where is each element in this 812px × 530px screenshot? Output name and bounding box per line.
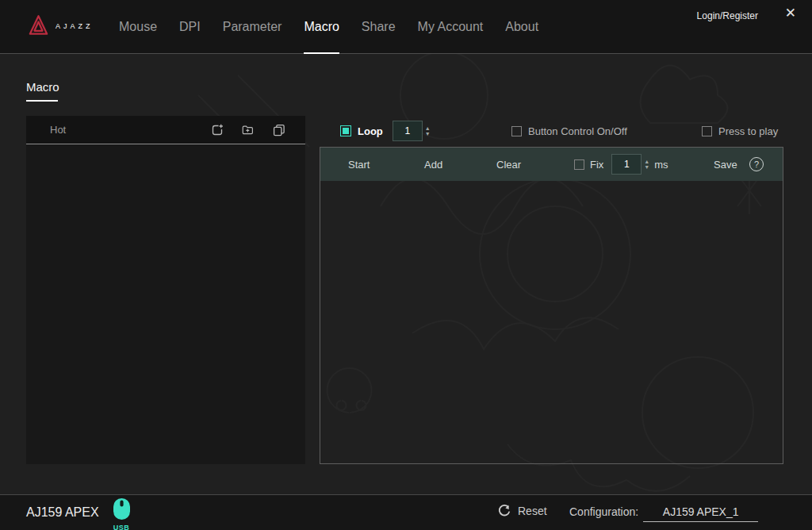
loop-label: Loop (358, 125, 383, 137)
save-macro-button[interactable]: Save (714, 148, 737, 181)
macro-list-header: Hot (26, 116, 305, 144)
tab-about[interactable]: About (505, 0, 538, 54)
configuration-name-field[interactable]: AJ159 APEX_1 (643, 505, 758, 522)
configuration-label: Configuration: (569, 505, 638, 518)
new-folder-icon[interactable] (241, 123, 255, 137)
clear-events-button[interactable]: Clear (496, 148, 521, 181)
ajazz-logo-icon (28, 13, 49, 37)
stepper-up-icon[interactable]: ▲ (644, 159, 649, 164)
stepper-down-icon[interactable]: ▼ (644, 164, 649, 170)
start-record-button[interactable]: Start (348, 148, 370, 181)
tab-macro[interactable]: Macro (304, 0, 339, 54)
tab-dpi[interactable]: DPI (179, 0, 201, 54)
loop-count-input[interactable] (393, 121, 423, 141)
help-icon[interactable]: ? (749, 157, 764, 171)
macro-event-list (320, 181, 783, 463)
button-control-setting: Button Control On/Off (511, 120, 627, 142)
tab-my-account[interactable]: My Account (418, 0, 484, 54)
reset-button[interactable]: Reset (498, 505, 547, 517)
tab-share[interactable]: Share (362, 0, 396, 54)
fix-delay-setting: Fix ▲ ▼ ms (574, 148, 668, 181)
device-name: AJ159 APEX (26, 505, 99, 520)
page-title: Macro (26, 80, 59, 94)
login-register-link[interactable]: Login/Register (697, 10, 758, 21)
brand-name: AJAZZ (56, 22, 94, 30)
loop-setting: Loop ▲ ▼ (340, 120, 431, 142)
macro-editor-panel: Start Add Clear Fix ▲ ▼ ms Save ? (320, 147, 783, 464)
add-event-button[interactable]: Add (424, 148, 442, 181)
macro-group-label: Hot (26, 124, 66, 136)
tab-parameter[interactable]: Parameter (223, 0, 282, 54)
button-control-label: Button Control On/Off (528, 125, 627, 137)
press-to-play-checkbox[interactable] (702, 126, 712, 136)
loop-checkbox[interactable] (340, 125, 351, 136)
status-bar: AJ159 APEX USB Reset Configuration: AJ15… (0, 494, 812, 530)
device-connection-widget[interactable]: USB (110, 497, 132, 530)
macro-list-panel: Hot (26, 116, 305, 464)
delay-value-stepper[interactable]: ▲ ▼ (644, 159, 649, 170)
stepper-down-icon[interactable]: ▼ (425, 131, 431, 136)
connection-type-label: USB (110, 524, 132, 530)
stepper-up-icon[interactable]: ▲ (425, 125, 431, 131)
press-to-play-setting: Press to play (702, 120, 778, 142)
press-to-play-label: Press to play (718, 125, 778, 137)
close-icon[interactable]: ✕ (785, 6, 796, 20)
copy-macro-icon[interactable] (272, 123, 286, 137)
configuration-setting: Configuration: AJ159 APEX_1 (569, 505, 758, 522)
main-nav: Mouse DPI Parameter Macro Share My Accou… (119, 0, 538, 54)
tab-mouse[interactable]: Mouse (119, 0, 157, 54)
loop-count-stepper[interactable]: ▲ ▼ (425, 125, 431, 136)
reset-label: Reset (518, 505, 547, 517)
brand-logo: AJAZZ (28, 13, 94, 37)
reset-icon (498, 505, 511, 517)
button-control-checkbox[interactable] (511, 126, 522, 136)
delay-unit-label: ms (654, 159, 668, 171)
macro-list-body (26, 144, 305, 463)
macro-editor-toolbar: Start Add Clear Fix ▲ ▼ ms Save ? (320, 148, 783, 181)
page-title-underline (26, 100, 58, 102)
delay-value-input[interactable] (611, 154, 642, 175)
title-bar: AJAZZ Mouse DPI Parameter Macro Share My… (0, 0, 812, 54)
fix-delay-checkbox[interactable] (574, 159, 584, 170)
fix-delay-label: Fix (590, 159, 603, 171)
macro-options-bar: Loop ▲ ▼ Button Control On/Off Press to … (320, 120, 783, 142)
macro-list-actions (210, 123, 305, 137)
new-macro-icon[interactable] (210, 123, 224, 137)
mouse-icon (113, 497, 131, 520)
